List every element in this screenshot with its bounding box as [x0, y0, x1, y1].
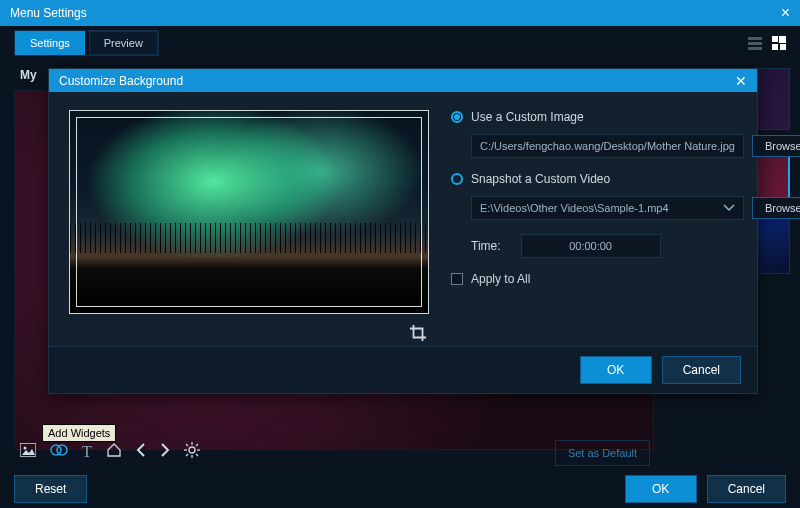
- svg-point-3: [57, 445, 67, 455]
- dialog-titlebar: Customize Background ✕: [49, 69, 757, 92]
- add-widgets-tooltip: Add Widgets: [42, 424, 116, 442]
- close-icon[interactable]: ×: [781, 4, 790, 22]
- time-label: Time:: [471, 239, 501, 253]
- cancel-button[interactable]: Cancel: [707, 475, 786, 503]
- use-custom-image-label: Use a Custom Image: [471, 110, 584, 124]
- dialog-footer: OK Cancel: [49, 346, 757, 393]
- time-input[interactable]: 00:00:00: [521, 234, 661, 258]
- gear-icon[interactable]: [184, 442, 200, 462]
- image-icon[interactable]: [20, 443, 36, 461]
- snapshot-video-label: Snapshot a Custom Video: [471, 172, 610, 186]
- apply-to-all-label: Apply to All: [471, 272, 530, 286]
- dialog-ok-button[interactable]: OK: [580, 356, 652, 384]
- prev-icon[interactable]: [136, 443, 146, 461]
- svg-line-11: [186, 454, 188, 456]
- tab-preview[interactable]: Preview: [89, 31, 158, 55]
- image-path-input[interactable]: C:/Users/fengchao.wang/Desktop/Mother Na…: [471, 134, 744, 158]
- dialog-close-icon[interactable]: ✕: [735, 73, 747, 89]
- browse-video-button[interactable]: Browse: [752, 197, 800, 219]
- svg-line-12: [196, 444, 198, 446]
- next-icon[interactable]: [160, 443, 170, 461]
- grid-view-icon[interactable]: [772, 36, 786, 50]
- radio-icon: [451, 173, 463, 185]
- tab-group: Settings Preview: [14, 30, 159, 56]
- video-path-value: E:\Videos\Other Videos\Sample-1.mp4: [480, 202, 669, 214]
- customize-background-dialog: Customize Background ✕ Use a Custom Imag…: [48, 68, 758, 394]
- window-titlebar: Menu Settings ×: [0, 0, 800, 26]
- video-path-select[interactable]: E:\Videos\Other Videos\Sample-1.mp4: [471, 196, 744, 220]
- tab-settings[interactable]: Settings: [15, 31, 85, 55]
- view-mode-icons: [748, 36, 786, 50]
- chevron-down-icon: [723, 202, 735, 214]
- ok-button[interactable]: OK: [625, 475, 697, 503]
- text-icon[interactable]: T: [82, 443, 92, 461]
- svg-line-10: [196, 454, 198, 456]
- apply-to-all-checkbox[interactable]: Apply to All: [451, 272, 800, 286]
- footer: Reset OK Cancel: [0, 470, 800, 508]
- toolbar: Settings Preview: [0, 26, 800, 60]
- my-templates-label: My: [20, 68, 37, 82]
- list-view-icon[interactable]: [748, 36, 762, 50]
- snapshot-video-radio[interactable]: Snapshot a Custom Video: [451, 172, 800, 186]
- home-icon[interactable]: [106, 443, 122, 461]
- dialog-title: Customize Background: [59, 74, 183, 88]
- use-custom-image-radio[interactable]: Use a Custom Image: [451, 110, 800, 124]
- crop-icon[interactable]: [409, 328, 427, 345]
- checkbox-icon: [451, 273, 463, 285]
- reset-button[interactable]: Reset: [14, 475, 87, 503]
- browse-image-button[interactable]: Browse: [752, 135, 800, 157]
- background-preview[interactable]: [69, 110, 429, 314]
- radio-icon: [451, 111, 463, 123]
- svg-point-1: [24, 447, 27, 450]
- set-as-default-button[interactable]: Set as Default: [555, 440, 650, 466]
- add-widgets-icon[interactable]: [50, 442, 68, 462]
- svg-line-9: [186, 444, 188, 446]
- dialog-cancel-button[interactable]: Cancel: [662, 356, 741, 384]
- svg-point-4: [189, 447, 195, 453]
- window-title: Menu Settings: [10, 6, 87, 20]
